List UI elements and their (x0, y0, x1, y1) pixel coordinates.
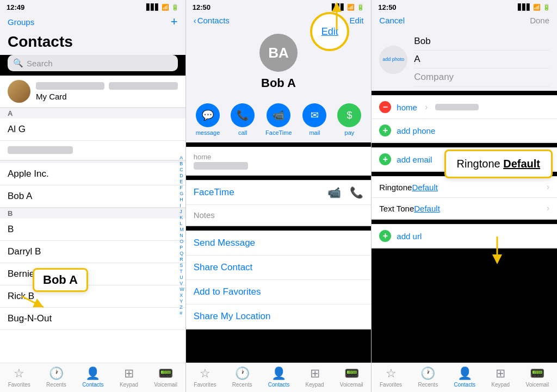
cancel-button[interactable]: Cancel (379, 16, 405, 25)
company-field[interactable]: Company (414, 69, 549, 86)
tab-voicemail-3[interactable]: 📟 Voicemail (526, 366, 549, 388)
add-phone-row[interactable]: + add phone (372, 119, 557, 142)
contact-bob-a[interactable]: Bob A (0, 185, 185, 208)
contact-blurred[interactable] (0, 141, 185, 160)
tab-keypad-1[interactable]: ⊞ Keypad (120, 366, 138, 388)
name-fields: Bob A Company (414, 33, 549, 86)
add-contact-button[interactable]: + (171, 15, 178, 29)
message-label: message (196, 129, 220, 136)
facetime-phone-icon[interactable]: 📞 (350, 186, 363, 199)
recents-icon-3: 🕐 (420, 366, 435, 381)
signal-icon: ▋▋▋ (146, 4, 159, 11)
add-phone-label: add phone (397, 126, 435, 135)
contact-b[interactable]: B (0, 219, 185, 241)
keypad-icon-2: ⊞ (310, 366, 320, 381)
search-bar[interactable]: 🔍 Search (8, 55, 178, 71)
contact-apple[interactable]: Apple Inc. (0, 163, 185, 185)
contact-al-g[interactable]: Al G (0, 119, 185, 141)
tab-recents-3[interactable]: 🕐 Recents (418, 366, 438, 388)
bob-callout-arrow (16, 294, 49, 310)
last-name-field[interactable]: A (414, 51, 549, 69)
favorites-icon-2: ☆ (200, 366, 211, 381)
tab-contacts-1[interactable]: 👤 Contacts (82, 366, 103, 388)
favorites-icon-3: ☆ (386, 366, 397, 381)
add-favorites-link[interactable]: Add to Favorites (186, 280, 372, 304)
tab-favorites-label-2: Favorites (194, 382, 216, 388)
tab-bar-2: ☆ Favorites 🕐 Recents 👤 Contacts ⊞ Keypa… (186, 363, 372, 392)
ringtone-chevron: › (547, 182, 549, 192)
facetime-icons: 📹 📞 (327, 186, 363, 199)
add-phone-button[interactable]: + (379, 125, 391, 136)
share-contact-link[interactable]: Share Contact (186, 256, 372, 280)
text-tone-label: Text Tone (379, 204, 414, 213)
facetime-row-label: FaceTime (194, 187, 234, 198)
tab-recents-2[interactable]: 🕐 Recents (232, 366, 252, 388)
action-buttons: 💬 message 📞 call 📹 FaceTime ✉ mail $ pay (186, 97, 372, 142)
notes-row[interactable]: Notes (186, 205, 372, 226)
remove-phone-button[interactable]: − (379, 101, 391, 113)
wifi-icon-3: 📶 (533, 4, 541, 11)
add-email-label: add email (397, 155, 432, 164)
mail-icon-circle: ✉ (302, 103, 326, 127)
action-links-section: Send Message Share Contact Add to Favori… (186, 231, 372, 329)
add-photo-button[interactable]: add photo (379, 46, 407, 74)
tab-favorites-1[interactable]: ☆ Favorites (8, 366, 30, 388)
search-icon: 🔍 (13, 58, 23, 68)
alphabet-index[interactable]: ABCDE FGHIJ KLMNO PQRST UVWXY Z# (180, 155, 184, 316)
action-message[interactable]: 💬 message (196, 103, 220, 136)
tab-contacts-3[interactable]: 👤 Contacts (454, 366, 475, 388)
action-mail[interactable]: ✉ mail (302, 103, 326, 136)
action-facetime[interactable]: 📹 FaceTime (265, 103, 292, 136)
facetime-row[interactable]: FaceTime 📹 📞 (186, 181, 372, 205)
status-bar-3: 12:50 ▋▋▋ 📶 🔋 (372, 0, 557, 14)
ringtone-row[interactable]: Ringtone Default › (372, 177, 557, 198)
chevron-phone: › (425, 102, 428, 112)
add-url-row[interactable]: + add url (372, 225, 557, 248)
done-button[interactable]: Done (530, 16, 549, 25)
home-phone-row: home (186, 147, 372, 175)
edit-nav-button[interactable]: Edit (349, 16, 363, 25)
contacts-icon: 👤 (85, 366, 100, 381)
contact-bug[interactable]: Bug-N-Out (0, 308, 185, 330)
contact-bernie[interactable]: Bernie H (0, 263, 185, 285)
message-icon-circle: 💬 (196, 103, 220, 127)
action-pay[interactable]: $ pay (337, 103, 361, 136)
mail-label: mail (309, 129, 320, 136)
contact-darryl[interactable]: Darryl B (0, 241, 185, 263)
tab-keypad-3[interactable]: ⊞ Keypad (491, 366, 510, 388)
action-call[interactable]: 📞 call (231, 103, 255, 136)
send-message-link[interactable]: Send Message (186, 231, 372, 256)
bob-callout: Bob A (33, 268, 88, 292)
my-card-row[interactable]: My Card (0, 76, 185, 108)
add-url-button[interactable]: + (379, 230, 391, 242)
facetime-video-icon[interactable]: 📹 (327, 186, 341, 199)
add-email-button[interactable]: + (379, 153, 391, 165)
tab-favorites-3[interactable]: ☆ Favorites (380, 366, 402, 388)
first-name-field[interactable]: Bob (414, 33, 549, 51)
facetime-icon-circle: 📹 (267, 103, 290, 127)
battery-icon-2: 🔋 (357, 4, 364, 11)
tab-favorites-2[interactable]: ☆ Favorites (194, 366, 216, 388)
tab-bar-1: ☆ Favorites 🕐 Recents 👤 Contacts ⊞ Keypa… (0, 363, 185, 392)
tab-voicemail-2[interactable]: 📟 Voicemail (340, 366, 363, 388)
chevron-left-icon: ‹ (194, 16, 196, 25)
contact-avatar: BA (259, 34, 298, 72)
home-label: home (194, 153, 364, 161)
contact-blur (8, 146, 73, 154)
tab-keypad-label: Keypad (120, 382, 138, 388)
tab-recents-label: Recents (46, 382, 66, 388)
tab-keypad-2[interactable]: ⊞ Keypad (306, 366, 324, 388)
tab-voicemail-1[interactable]: 📟 Voicemail (154, 366, 177, 388)
back-button[interactable]: ‹ Contacts (194, 16, 230, 25)
text-tone-value: Default (414, 204, 440, 213)
panel2-contact-detail: 12:50 ▋▋▋ 📶 🔋 ‹ Contacts Edit BA Bob A 💬… (186, 0, 372, 392)
voicemail-icon-3: 📟 (530, 366, 544, 381)
tab-recents-1[interactable]: 🕐 Recents (46, 366, 66, 388)
text-tone-row[interactable]: Text Tone Default › (372, 198, 557, 219)
share-location-link[interactable]: Share My Location (186, 304, 372, 329)
groups-button[interactable]: Groups (8, 17, 34, 27)
wifi-icon: 📶 (162, 4, 169, 11)
contacts-icon-3: 👤 (457, 366, 472, 381)
tab-contacts-2[interactable]: 👤 Contacts (268, 366, 289, 388)
contacts-scroll: A Al G Apple Inc. Bob A B B Darryl B Ber… (0, 108, 185, 363)
